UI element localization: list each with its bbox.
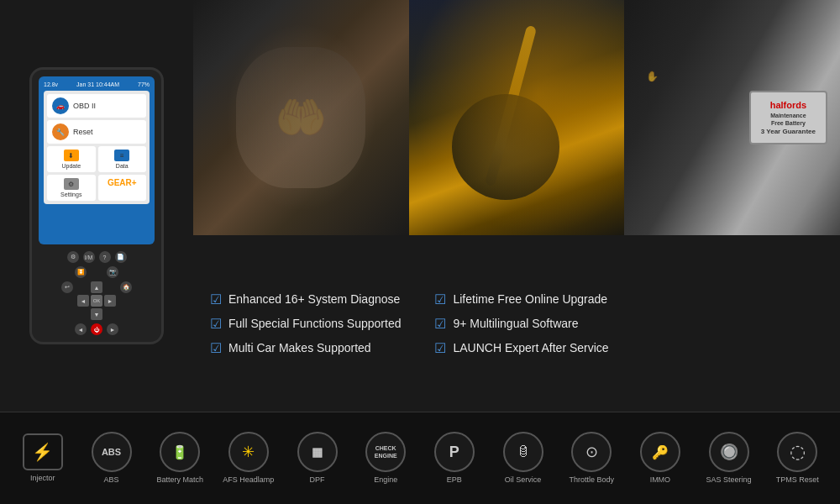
- immo-label: IMMO: [650, 475, 671, 485]
- check-icon-1: ☑: [210, 316, 222, 332]
- btn-nav-right[interactable]: ►: [107, 323, 118, 335]
- tpms-reset-label: TPMS Reset: [776, 475, 819, 485]
- dpad-right[interactable]: ►: [104, 295, 116, 307]
- feature-item-2: ☑ Multi Car Makes Supported: [210, 340, 401, 356]
- device-menu: 🚗 OBD II 🔧 Reset ⬇ Update: [44, 91, 150, 204]
- grid-item-gearplus[interactable]: GEAR+: [98, 175, 147, 201]
- btn-row-bottom: ◄ ⏻ ►: [75, 323, 118, 335]
- feature-item-5: ☑ LAUNCH Expert After Service: [434, 340, 608, 356]
- btn-nav-left[interactable]: ◄: [75, 323, 87, 335]
- btn-row-top: ⚙ I/M ? 📄: [67, 251, 127, 263]
- function-oil-service: 🛢 Oil Service: [489, 432, 558, 485]
- feature-item-0: ☑ Enhanced 16+ System Diagnose: [210, 291, 401, 307]
- check-icon-3: ☑: [434, 291, 446, 307]
- function-tpms-reset: ◌ TPMS Reset: [763, 432, 832, 485]
- top-section: 12.8v Jan 31 10:44AM 77% 🚗 OBD II 🔧 Rese…: [0, 0, 840, 412]
- feature-text-1: Full Special Functions Supported: [228, 317, 401, 330]
- bottom-bar: ⚡ Injector ABS ABS 🔋 Battery Match ✳ AFS…: [0, 412, 840, 504]
- dpad: ▲ ◄ OK ► ▼: [77, 281, 116, 320]
- features-section: ☑ Enhanced 16+ System Diagnose ☑ Full Sp…: [193, 235, 840, 412]
- gearplus-icon: GEAR+: [108, 178, 137, 187]
- btn-power-red[interactable]: ⏻: [91, 323, 102, 335]
- feature-text-4: 9+ Multilingual Software: [453, 317, 578, 330]
- injector-label: Injector: [30, 474, 55, 483]
- check-icon-4: ☑: [434, 316, 446, 332]
- device-status-bar: 12.8v Jan 31 10:44AM 77%: [44, 81, 150, 87]
- obdii-icon: 🚗: [52, 97, 69, 114]
- function-injector: ⚡ Injector: [8, 433, 77, 483]
- oil-service-icon: 🛢: [503, 432, 543, 472]
- dpad-down[interactable]: ▼: [91, 308, 102, 320]
- device-voltage: 12.8v: [44, 81, 58, 87]
- feature-text-2: Multi Car Makes Supported: [228, 341, 371, 354]
- dpad-left[interactable]: ◄: [77, 295, 89, 307]
- dpf-label: DPF: [310, 475, 325, 485]
- engine-label: Engine: [374, 475, 397, 485]
- oil-stream: [485, 25, 537, 186]
- reset-icon: 🔧: [52, 123, 69, 140]
- obdii-label: OBD II: [73, 102, 96, 110]
- dpad-up[interactable]: ▲: [91, 281, 102, 293]
- data-label: Data: [116, 163, 129, 169]
- menu-item-reset[interactable]: 🔧 Reset: [47, 120, 146, 144]
- btn-im[interactable]: I/M: [83, 251, 95, 263]
- device-buttons: ⚙ I/M ? 📄 ⏬ 📷 ↩ ▲: [39, 251, 155, 335]
- device-panel: 12.8v Jan 31 10:44AM 77% 🚗 OBD II 🔧 Rese…: [0, 0, 193, 412]
- device-menu-grid: ⬇ Update ≡ Data ⚙ Settings: [47, 146, 146, 201]
- photo-mechanic: 🤲: [193, 0, 409, 235]
- mechanic-hand-overlay: 🤲: [275, 93, 327, 142]
- btn-doc[interactable]: 📄: [115, 251, 127, 263]
- check-icon-0: ☑: [210, 291, 222, 307]
- battery-box: halfords MaintenanceFree Battery3 Year G…: [749, 91, 827, 144]
- check-icon-5: ☑: [434, 340, 446, 356]
- btn-power[interactable]: ⏬: [75, 266, 87, 278]
- battery-match-icon: 🔋: [160, 432, 200, 472]
- epb-icon: P: [434, 432, 475, 472]
- photo-oil: [409, 0, 625, 235]
- function-battery-match: 🔋 Battery Match: [145, 432, 214, 485]
- features-right-column: ☑ Lifetime Free Online Upgrade ☑ 9+ Mult…: [434, 291, 608, 356]
- injector-icon: ⚡: [23, 433, 63, 470]
- function-throttle-body: ⊙ Throttle Body: [557, 432, 626, 485]
- btn-back[interactable]: ↩: [61, 281, 73, 293]
- abs-label: ABS: [104, 475, 119, 485]
- function-engine: CHECKENGINE Engine: [351, 432, 420, 485]
- settings-label: Settings: [60, 192, 81, 197]
- feature-item-3: ☑ Lifetime Free Online Upgrade: [434, 291, 608, 307]
- photos-row: 🤲 halfords MaintenanceFree Battery3 Year…: [193, 0, 840, 235]
- menu-item-obdii[interactable]: 🚗 OBD II: [47, 94, 146, 118]
- device-battery: 77%: [138, 81, 150, 87]
- engine-icon: CHECKENGINE: [365, 432, 406, 472]
- features-left-column: ☑ Enhanced 16+ System Diagnose ☑ Full Sp…: [210, 291, 401, 356]
- device: 12.8v Jan 31 10:44AM 77% 🚗 OBD II 🔧 Rese…: [29, 67, 164, 344]
- feature-text-3: Lifetime Free Online Upgrade: [453, 292, 607, 306]
- function-immo: 🔑 IMMO: [626, 432, 695, 485]
- throttle-body-icon: ⊙: [571, 432, 612, 472]
- btn-home[interactable]: 🏠: [120, 281, 132, 293]
- feature-item-1: ☑ Full Special Functions Supported: [210, 316, 401, 332]
- check-icon-2: ☑: [210, 340, 222, 356]
- hand-battery-overlay: ✋: [646, 71, 659, 82]
- grid-item-data[interactable]: ≡ Data: [98, 146, 147, 172]
- function-sas-steering: 🔘 SAS Steering: [695, 432, 764, 485]
- btn-capture[interactable]: 📷: [107, 266, 118, 278]
- dpad-ok[interactable]: OK: [91, 295, 102, 307]
- photo-battery: halfords MaintenanceFree Battery3 Year G…: [624, 0, 840, 235]
- function-afs-headlamp: ✳ AFS Headlamp: [214, 432, 283, 485]
- battery-desc: MaintenanceFree Battery3 Year Guarantee: [761, 112, 816, 136]
- images-area: 🤲 halfords MaintenanceFree Battery3 Year…: [193, 0, 840, 412]
- function-epb: P EPB: [420, 432, 489, 485]
- grid-item-settings[interactable]: ⚙ Settings: [47, 175, 96, 201]
- btn-settings[interactable]: ⚙: [67, 251, 79, 263]
- update-label: Update: [61, 163, 81, 169]
- oil-service-label: Oil Service: [505, 475, 542, 485]
- function-dpf: ▦ DPF: [283, 432, 352, 485]
- grid-item-update[interactable]: ⬇ Update: [47, 146, 96, 172]
- function-abs: ABS ABS: [77, 432, 146, 485]
- btn-help[interactable]: ?: [99, 251, 111, 263]
- battery-brand: halfords: [761, 99, 816, 112]
- feature-text-0: Enhanced 16+ System Diagnose: [228, 292, 400, 306]
- settings-icon: ⚙: [64, 178, 79, 190]
- device-screen: 12.8v Jan 31 10:44AM 77% 🚗 OBD II 🔧 Rese…: [39, 76, 155, 244]
- update-icon: ⬇: [64, 150, 79, 161]
